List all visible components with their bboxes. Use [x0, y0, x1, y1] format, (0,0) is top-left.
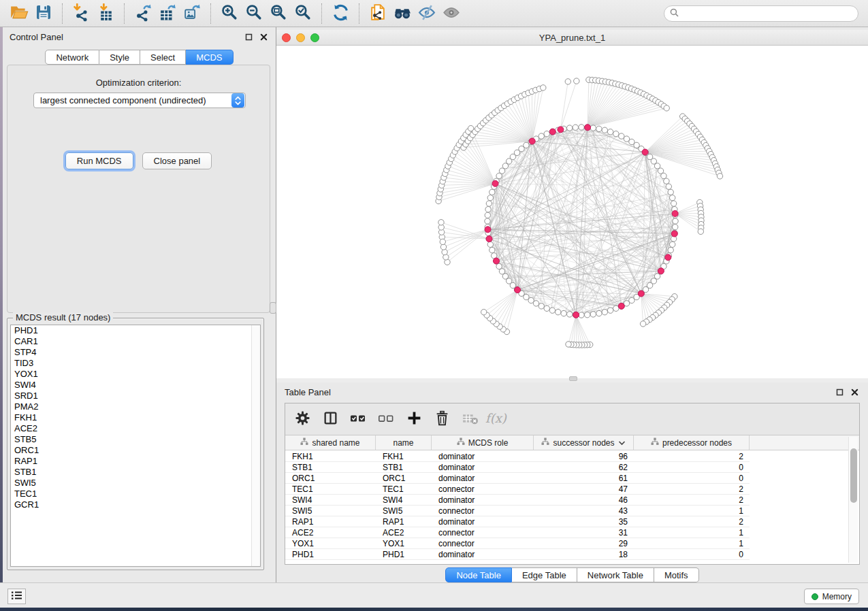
cell-MCDS-role[interactable]: dominator	[432, 549, 534, 559]
cell-predecessor-nodes[interactable]: 2	[634, 484, 750, 494]
cell-shared-name[interactable]: FKH1	[285, 451, 376, 461]
delete-column-button[interactable]	[433, 410, 451, 428]
cell-name[interactable]: SWI4	[376, 495, 432, 505]
table-row[interactable]: STB1STB1dominator620	[285, 462, 750, 473]
cell-successor-nodes[interactable]: 43	[534, 506, 634, 516]
table-row[interactable]: RAP1RAP1dominator352	[285, 516, 750, 527]
cell-shared-name[interactable]: TEC1	[285, 484, 376, 494]
table-scrollbar-thumb[interactable]	[850, 448, 857, 503]
table-tab-motifs[interactable]: Motifs	[654, 567, 699, 582]
cell-predecessor-nodes[interactable]: 1	[634, 538, 750, 548]
cell-predecessor-nodes[interactable]: 1	[634, 527, 750, 538]
cell-name[interactable]: PHD1	[376, 549, 432, 559]
mcds-result-item[interactable]: CAR1	[11, 336, 260, 347]
run-mcds-button[interactable]: Run MCDS	[65, 152, 133, 169]
table-row[interactable]: TEC1TEC1connector472	[285, 484, 750, 495]
cell-shared-name[interactable]: RAP1	[285, 516, 376, 527]
cell-predecessor-nodes[interactable]: 2	[634, 516, 750, 527]
search-input[interactable]	[679, 8, 852, 19]
close-panel-button[interactable]: Close panel	[142, 152, 212, 169]
zoom-out-button[interactable]	[242, 2, 266, 25]
cell-MCDS-role[interactable]: dominator	[432, 473, 534, 483]
cell-name[interactable]: SWI5	[376, 506, 432, 516]
table-row[interactable]: PHD1PHD1dominator180	[285, 549, 750, 560]
cell-successor-nodes[interactable]: 35	[534, 516, 634, 527]
column-header-successor-nodes[interactable]: successor nodes	[534, 435, 634, 450]
table-row[interactable]: FKH1FKH1dominator962	[285, 451, 750, 462]
cell-predecessor-nodes[interactable]: 0	[634, 549, 750, 559]
mcds-result-item[interactable]: SRD1	[11, 391, 260, 401]
cell-name[interactable]: TEC1	[376, 484, 432, 494]
close-panel-icon[interactable]	[258, 31, 269, 42]
mcds-result-item[interactable]: PHD1	[11, 325, 260, 336]
table-tab-edge-table[interactable]: Edge Table	[512, 567, 577, 582]
cell-MCDS-role[interactable]: dominator	[432, 495, 534, 505]
mcds-result-item[interactable]: STB5	[11, 434, 260, 445]
cell-predecessor-nodes[interactable]: 2	[634, 495, 750, 505]
mcds-result-item[interactable]: FKH1	[11, 412, 260, 423]
zoom-selected-button[interactable]	[291, 2, 315, 25]
mcds-result-item[interactable]: GCR1	[11, 499, 260, 510]
mcds-result-item[interactable]: STP4	[11, 347, 260, 358]
cell-MCDS-role[interactable]: connector	[432, 484, 534, 494]
select-all-button[interactable]	[349, 410, 367, 428]
cell-name[interactable]: YOX1	[376, 538, 432, 548]
network-from-selection-button[interactable]	[366, 2, 390, 25]
panel-divider-handle[interactable]	[270, 302, 276, 314]
cell-name[interactable]: FKH1	[376, 451, 432, 461]
find-button[interactable]	[390, 2, 415, 25]
column-header-name[interactable]: name	[376, 435, 432, 450]
show-columns-button[interactable]	[321, 410, 339, 428]
cell-predecessor-nodes[interactable]: 1	[634, 506, 750, 516]
task-history-button[interactable]	[7, 589, 26, 604]
table-row[interactable]: YOX1YOX1connector291	[285, 538, 750, 549]
table-tab-node-table[interactable]: Node Table	[445, 567, 512, 582]
cell-successor-nodes[interactable]: 46	[534, 495, 634, 505]
table-mode-gear-button[interactable]	[293, 410, 311, 428]
cell-predecessor-nodes[interactable]: 2	[634, 451, 750, 461]
table-row[interactable]: SWI4SWI4dominator462	[285, 495, 750, 506]
zoom-in-button[interactable]	[217, 2, 242, 25]
cell-successor-nodes[interactable]: 96	[534, 451, 634, 461]
float-panel-icon[interactable]	[243, 31, 254, 42]
table-row[interactable]: SWI5SWI5connector431	[285, 506, 750, 516]
column-header-predecessor-nodes[interactable]: predecessor nodes	[634, 435, 750, 450]
open-button[interactable]	[7, 2, 31, 25]
cell-MCDS-role[interactable]: connector	[432, 538, 534, 548]
cell-MCDS-role[interactable]: dominator	[432, 451, 534, 461]
mcds-result-item[interactable]: YOX1	[11, 369, 260, 380]
mcds-result-scrollbar[interactable]	[251, 325, 260, 566]
table-row[interactable]: ORC1ORC1dominator610	[285, 473, 750, 484]
cell-successor-nodes[interactable]: 47	[534, 484, 634, 494]
cell-successor-nodes[interactable]: 31	[534, 527, 634, 538]
mcds-result-item[interactable]: ORC1	[11, 445, 260, 456]
memory-button[interactable]: Memory	[804, 589, 859, 604]
table-tab-network-table[interactable]: Network Table	[577, 567, 654, 582]
tab-select[interactable]: Select	[140, 50, 186, 65]
export-table-button[interactable]	[155, 2, 180, 25]
cell-shared-name[interactable]: YOX1	[285, 538, 376, 548]
save-session-button[interactable]	[31, 2, 56, 25]
show-all-button[interactable]	[439, 2, 464, 25]
cell-shared-name[interactable]: SWI5	[285, 506, 376, 516]
hide-selected-button[interactable]	[415, 2, 439, 25]
table-row[interactable]: ACE2ACE2connector311	[285, 527, 750, 538]
zoom-fit-button[interactable]	[266, 2, 291, 25]
cell-successor-nodes[interactable]: 62	[534, 462, 634, 472]
mcds-result-item[interactable]: SWI4	[11, 380, 260, 391]
import-network-button[interactable]	[69, 2, 93, 25]
mcds-result-item[interactable]: STB1	[11, 467, 260, 478]
mcds-result-item[interactable]: TID3	[11, 358, 260, 369]
float-table-panel-icon[interactable]	[834, 386, 845, 397]
cell-successor-nodes[interactable]: 61	[534, 473, 634, 483]
apply-layout-button[interactable]	[328, 2, 353, 25]
cell-MCDS-role[interactable]: connector	[432, 527, 534, 538]
cell-name[interactable]: ACE2	[376, 527, 432, 538]
deselect-all-button[interactable]	[377, 410, 395, 428]
tab-mcds[interactable]: MCDS	[186, 50, 233, 65]
cell-shared-name[interactable]: SWI4	[285, 495, 376, 505]
cell-shared-name[interactable]: STB1	[285, 462, 376, 472]
cell-predecessor-nodes[interactable]: 0	[634, 462, 750, 472]
cell-successor-nodes[interactable]: 18	[534, 549, 634, 559]
cell-shared-name[interactable]: ACE2	[285, 527, 376, 538]
